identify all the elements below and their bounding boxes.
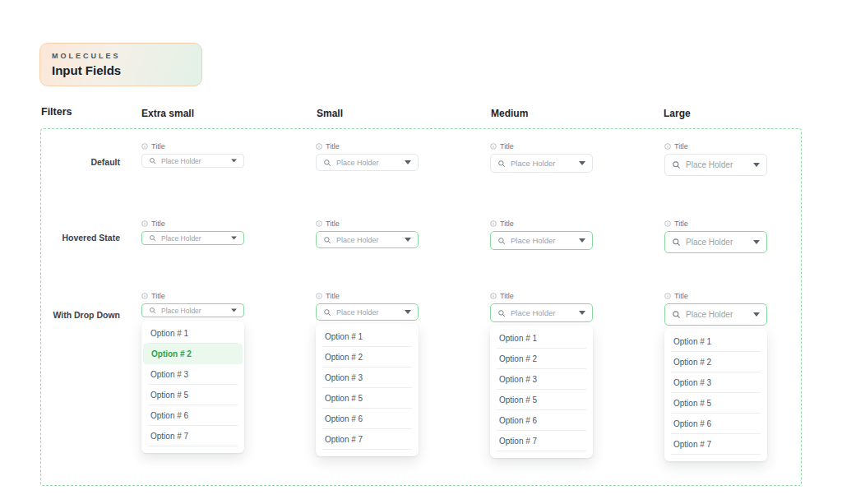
chevron-down-icon[interactable] <box>753 240 760 244</box>
option-item[interactable]: Option # 3 <box>491 369 592 390</box>
select-input-dropdown-sm[interactable]: Place Holder <box>316 303 419 321</box>
field-title: Title <box>490 141 593 150</box>
option-item-selected[interactable]: Option # 2 <box>143 344 243 364</box>
select-input-default-md[interactable]: Place Holder <box>490 154 593 173</box>
column-header-extra-small: Extra small <box>141 108 194 119</box>
option-item[interactable]: Option # 7 <box>317 429 418 450</box>
info-icon <box>141 293 148 299</box>
search-icon <box>149 234 156 242</box>
search-icon <box>497 309 506 317</box>
field-title: Title <box>316 219 419 228</box>
field-title: Title <box>664 291 767 300</box>
field-title-label: Title <box>500 292 514 300</box>
column-header-large: Large <box>664 108 691 119</box>
field-cell-hovered-sm: Title Place Holder <box>316 219 419 248</box>
field-title: Title <box>664 141 767 150</box>
option-item[interactable]: Option # 2 <box>491 349 592 369</box>
option-item[interactable]: Option # 5 <box>665 393 766 414</box>
field-cell-hovered-xs: Title Place Holder <box>141 219 244 245</box>
chevron-down-icon[interactable] <box>231 236 237 240</box>
chevron-down-icon[interactable] <box>405 160 411 164</box>
field-title: Title <box>490 291 593 300</box>
option-item[interactable]: Option # 1 <box>142 323 243 344</box>
search-icon <box>149 307 156 314</box>
dropdown-panel-sm: Option # 1 Option # 2 Option # 3 Option … <box>316 324 419 456</box>
placeholder-text: Place Holder <box>686 238 748 247</box>
info-icon <box>316 143 322 150</box>
field-cell-hovered-md: Title Place Holder <box>490 219 593 250</box>
chevron-down-icon[interactable] <box>579 161 585 165</box>
chevron-down-icon[interactable] <box>579 311 585 315</box>
option-item[interactable]: Option # 6 <box>665 414 766 434</box>
option-item[interactable]: Option # 3 <box>665 372 766 393</box>
chevron-down-icon[interactable] <box>753 312 760 317</box>
option-item[interactable]: Option # 5 <box>491 390 592 410</box>
select-input-hovered-md[interactable]: Place Holder <box>490 231 593 250</box>
option-item[interactable]: Option # 3 <box>142 364 243 385</box>
info-icon <box>316 293 322 299</box>
field-cell-dropdown-lg: Title Place Holder Option # 1 Option # 2… <box>664 291 767 461</box>
option-item[interactable]: Option # 6 <box>491 410 592 431</box>
chevron-down-icon[interactable] <box>231 308 237 312</box>
column-header-small: Small <box>317 108 343 119</box>
select-input-dropdown-md[interactable]: Place Holder <box>490 303 593 322</box>
field-cell-default-lg: Title Place Holder <box>664 141 767 176</box>
field-title-label: Title <box>326 292 340 300</box>
chevron-down-icon[interactable] <box>579 238 585 243</box>
search-icon <box>672 238 681 247</box>
field-title: Title <box>141 291 244 300</box>
column-header-medium: Medium <box>491 108 528 119</box>
select-input-hovered-xs[interactable]: Place Holder <box>141 231 244 245</box>
field-title-label: Title <box>500 220 514 228</box>
option-item[interactable]: Option # 7 <box>142 426 243 446</box>
placeholder-text: Place Holder <box>336 308 400 317</box>
option-item[interactable]: Option # 7 <box>665 434 766 455</box>
search-icon <box>323 236 331 244</box>
category-badge: MOLECULES Input Fields <box>39 43 202 86</box>
option-item[interactable]: Option # 7 <box>491 431 592 451</box>
option-item[interactable]: Option # 3 <box>317 368 418 388</box>
chevron-down-icon[interactable] <box>405 310 411 314</box>
option-item[interactable]: Option # 5 <box>142 385 243 405</box>
option-item[interactable]: Option # 2 <box>317 347 418 368</box>
field-title-label: Title <box>326 142 340 150</box>
select-input-hovered-lg[interactable]: Place Holder <box>664 231 767 253</box>
chevron-down-icon[interactable] <box>231 159 237 163</box>
search-icon <box>672 160 681 169</box>
placeholder-text: Place Holder <box>511 159 574 168</box>
select-input-dropdown-xs[interactable]: Place Holder <box>141 303 244 317</box>
option-item[interactable]: Option # 6 <box>142 405 243 426</box>
input-fields-spec-page: MOLECULES Input Fields Filters Extra sma… <box>0 0 842 504</box>
info-icon <box>664 143 671 150</box>
option-item[interactable]: Option # 1 <box>665 331 766 352</box>
field-title: Title <box>316 141 419 150</box>
select-input-default-xs[interactable]: Place Holder <box>141 154 244 168</box>
field-cell-default-xs: Title Place Holder <box>141 141 244 168</box>
info-icon <box>141 143 148 150</box>
option-item[interactable]: Option # 5 <box>317 388 418 409</box>
select-input-dropdown-lg[interactable]: Place Holder <box>664 303 767 326</box>
field-title: Title <box>664 219 767 228</box>
search-icon <box>149 157 156 164</box>
field-cell-dropdown-sm: Title Place Holder Option # 1 Option # 2… <box>316 291 419 456</box>
placeholder-text: Place Holder <box>161 307 226 315</box>
option-item[interactable]: Option # 1 <box>491 328 592 349</box>
placeholder-text: Place Holder <box>161 234 226 243</box>
field-cell-dropdown-md: Title Place Holder Option # 1 Option # 2… <box>490 291 593 458</box>
field-title-label: Title <box>151 142 165 150</box>
placeholder-text: Place Holder <box>686 310 748 319</box>
chevron-down-icon[interactable] <box>405 238 411 242</box>
row-label-hovered-state: Hovered State <box>41 233 120 243</box>
option-item[interactable]: Option # 6 <box>317 409 418 429</box>
select-input-default-sm[interactable]: Place Holder <box>316 154 419 171</box>
search-icon <box>323 159 331 167</box>
chevron-down-icon[interactable] <box>753 163 760 167</box>
select-input-hovered-sm[interactable]: Place Holder <box>316 231 419 248</box>
info-icon <box>664 220 671 227</box>
option-item[interactable]: Option # 2 <box>665 352 766 372</box>
search-icon <box>497 237 506 245</box>
option-item[interactable]: Option # 1 <box>317 326 418 347</box>
field-cell-default-md: Title Place Holder <box>490 141 593 173</box>
placeholder-text: Place Holder <box>161 157 226 165</box>
select-input-default-lg[interactable]: Place Holder <box>664 154 767 176</box>
